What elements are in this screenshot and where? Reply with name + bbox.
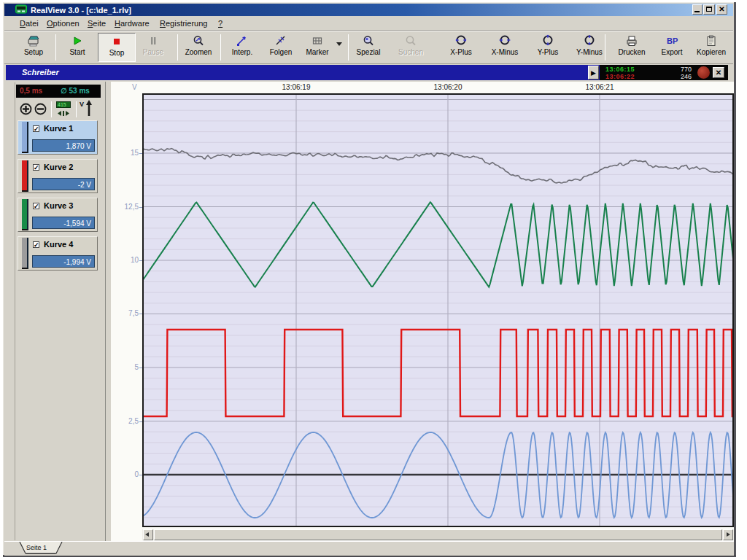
svg-text:BP: BP	[667, 36, 678, 45]
